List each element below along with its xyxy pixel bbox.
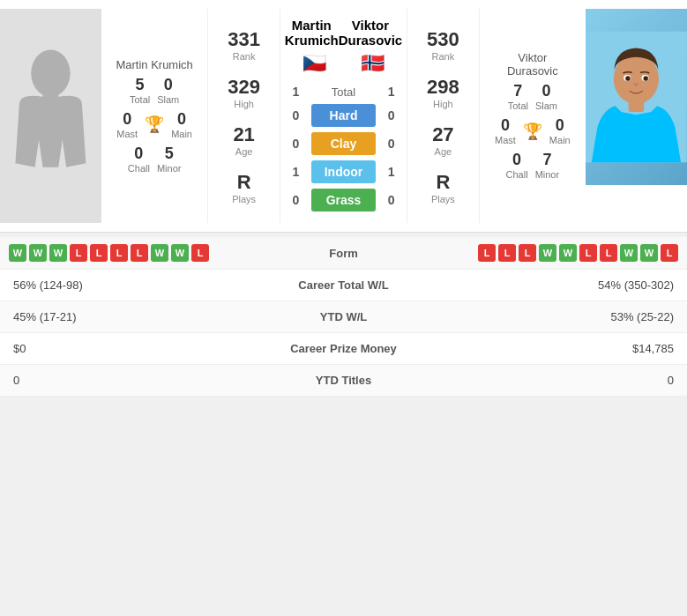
left-trophy-icon: 🏆: [145, 115, 164, 134]
total-right-score: 1: [380, 85, 402, 99]
career-wl-row: 56% (124-98) Career Total W/L 54% (350-3…: [0, 270, 687, 301]
left-age-block: 21 Age: [233, 123, 254, 157]
indoor-right-score: 1: [380, 165, 402, 179]
grass-left-score: 0: [285, 193, 307, 207]
svg-point-0: [31, 49, 70, 96]
form-badge: L: [191, 244, 209, 262]
left-flag: 🇨🇿: [302, 52, 326, 75]
form-badge: L: [70, 244, 87, 262]
right-mast-stat: 0 Mast: [495, 116, 516, 145]
form-badge: L: [90, 244, 108, 262]
hard-left-score: 0: [285, 108, 307, 122]
ytd-wl-label: YTD W/L: [256, 310, 432, 323]
form-badge: L: [579, 244, 597, 262]
right-chall-stat: 0 Chall: [506, 151, 528, 180]
total-left-score: 1: [285, 85, 307, 99]
titles-label: YTD Titles: [256, 374, 432, 387]
right-center-stats: 530 Rank 298 High 27 Age R Plays: [407, 9, 478, 223]
form-badge: L: [519, 244, 536, 262]
right-main-stat: 0 Main: [549, 116, 571, 145]
total-row: 1 Total 1: [285, 85, 402, 99]
hard-row: 0 Hard 0: [285, 104, 402, 127]
left-player-photo: [0, 9, 101, 223]
left-name-header: Martin Krumich: [285, 18, 339, 48]
left-mast-stat: 0 Mast: [116, 110, 138, 139]
right-minor-stat: 7 Minor: [535, 151, 560, 180]
form-badge: W: [171, 244, 189, 262]
grass-row: 0 Grass 0: [285, 189, 402, 212]
form-badge: L: [661, 244, 678, 262]
left-slam-stat: 0 Slam: [157, 76, 179, 105]
total-label: Total: [311, 85, 376, 99]
main-container: Martin Krumich 5 Total 0 Slam 0 Mast 🏆: [0, 0, 687, 397]
left-form-badges: WWWLLLLWWL: [9, 244, 291, 262]
svg-point-7: [625, 76, 630, 80]
right-trophy-icon: 🏆: [523, 122, 542, 141]
right-rank-block: 530 Rank: [427, 28, 459, 62]
left-center-stats: 331 Rank 329 High 21 Age R Plays: [208, 9, 280, 223]
right-form-badges: LLLWWLLWWL: [397, 244, 679, 262]
left-rank-block: 331 Rank: [228, 28, 260, 62]
ytd-wl-row: 45% (17-21) YTD W/L 53% (25-22): [0, 301, 687, 333]
center-stats: Martin Krumich Viktor Durasovic 🇨🇿 🇳🇴 1 …: [280, 9, 407, 223]
form-badge: L: [131, 244, 148, 262]
left-prize: $0: [13, 342, 256, 355]
form-badge: L: [498, 244, 516, 262]
left-plays-block: R Plays: [232, 171, 256, 204]
hard-btn: Hard: [311, 104, 376, 127]
right-name-header: Viktor Durasovic: [339, 18, 403, 48]
right-high-block: 298 High: [427, 76, 459, 109]
left-titles: 0: [13, 374, 256, 387]
indoor-btn: Indoor: [311, 160, 376, 183]
clay-btn: Clay: [311, 132, 376, 155]
grass-right-score: 0: [380, 193, 402, 207]
left-minor-stat: 5 Minor: [157, 145, 182, 174]
right-total-stat: 7 Total: [508, 82, 528, 111]
form-badge: L: [478, 244, 496, 262]
left-player-name-label: Martin Krumich: [111, 54, 197, 76]
left-panel: Martin Krumich 5 Total 0 Slam 0 Mast 🏆: [101, 9, 209, 223]
left-career-wl: 56% (124-98): [13, 278, 256, 292]
form-badge: L: [110, 244, 128, 262]
form-badge: W: [9, 244, 26, 262]
comparison-section: Martin Krumich 5 Total 0 Slam 0 Mast 🏆: [0, 0, 687, 233]
form-badge: W: [559, 244, 577, 262]
form-row: WWWLLLLWWL Form LLLWWLLWWL: [0, 237, 687, 270]
right-player-photo: [586, 9, 687, 185]
indoor-left-score: 1: [285, 165, 307, 179]
clay-right-score: 0: [380, 137, 402, 151]
right-titles: 0: [432, 374, 675, 387]
indoor-row: 1 Indoor 1: [285, 160, 402, 183]
right-plays-block: R Plays: [431, 171, 455, 204]
right-ytd-wl: 53% (25-22): [432, 310, 675, 323]
form-badge: W: [29, 244, 47, 262]
form-badge: W: [620, 244, 638, 262]
titles-row: 0 YTD Titles 0: [0, 365, 687, 397]
career-wl-label: Career Total W/L: [256, 278, 432, 292]
left-total-stat: 5 Total: [130, 76, 150, 105]
right-flag: 🇳🇴: [361, 52, 385, 75]
form-badge: W: [49, 244, 67, 262]
form-label: Form: [291, 247, 397, 260]
prize-row: $0 Career Prize Money $14,785: [0, 333, 687, 365]
form-badge: W: [539, 244, 556, 262]
form-badge: W: [640, 244, 658, 262]
left-chall-stat: 0 Chall: [128, 145, 150, 174]
right-player-name-label: Viktor Durasovic: [489, 47, 578, 82]
left-main-stat: 0 Main: [171, 110, 192, 139]
prize-label: Career Prize Money: [256, 342, 432, 355]
grass-btn: Grass: [311, 189, 376, 212]
right-age-block: 27 Age: [432, 123, 453, 157]
bottom-section: WWWLLLLWWL Form LLLWWLLWWL 56% (124-98) …: [0, 237, 687, 397]
left-ytd-wl: 45% (17-21): [13, 310, 256, 323]
right-career-wl: 54% (350-302): [432, 278, 675, 292]
form-badge: L: [600, 244, 617, 262]
hard-right-score: 0: [380, 108, 402, 122]
form-badge: W: [151, 244, 168, 262]
clay-left-score: 0: [285, 137, 307, 151]
svg-point-4: [614, 54, 659, 104]
left-high-block: 329 High: [228, 76, 260, 109]
right-slam-stat: 0 Slam: [535, 82, 557, 111]
right-prize: $14,785: [432, 342, 675, 355]
svg-point-8: [644, 76, 648, 80]
